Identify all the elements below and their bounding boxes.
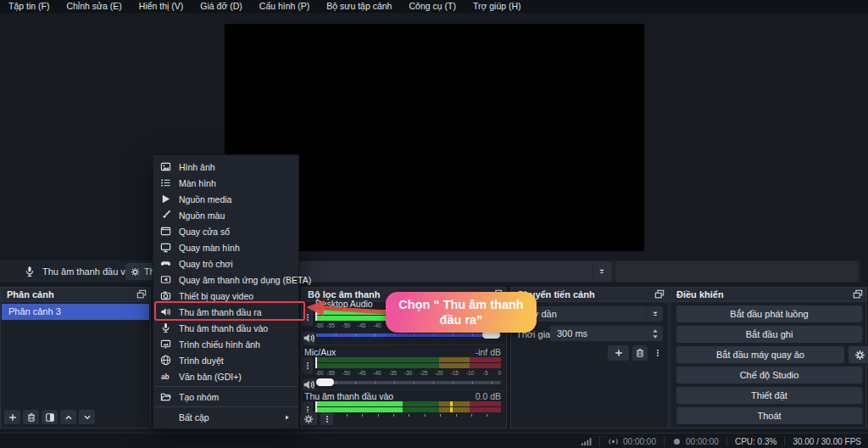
menu-item-nguon-media[interactable]: Nguồn media xyxy=(153,191,298,207)
spin-down-icon[interactable] xyxy=(652,334,659,339)
window-icon xyxy=(160,226,171,237)
tooltip-text-line1: Chọn “ Thu âm thanh xyxy=(398,297,523,312)
menu-item-label: Quay cửa sổ xyxy=(179,227,230,237)
annotation-tooltip: Chọn “ Thu âm thanh đầu ra” xyxy=(386,292,537,333)
menu-item-quay-man-hinh[interactable]: Quay màn hình xyxy=(153,239,298,255)
microphone-icon xyxy=(160,322,171,333)
gamepad-icon xyxy=(160,258,171,269)
advanced-audio-button[interactable] xyxy=(300,412,317,425)
popout-icon[interactable] xyxy=(853,289,863,300)
record-time: 00:00:00 xyxy=(686,437,719,446)
menu-item-thu-am-thanh-dau-vao[interactable]: Thu âm thanh đầu vào xyxy=(153,320,298,336)
svg-text:ab: ab xyxy=(161,372,170,381)
start-virtual-camera-button[interactable]: Bắt đầu máy quay ảo xyxy=(676,346,844,363)
mixer-menu-button[interactable] xyxy=(320,412,333,425)
fps-indicator: 30.00 / 30.00 FPS xyxy=(793,437,861,446)
remove-transition-button[interactable] xyxy=(632,345,648,361)
menu-item-quay-cua-so[interactable]: Quay cửa sổ xyxy=(153,223,298,239)
start-streaming-button[interactable]: Bắt đầu phát luồng xyxy=(676,305,862,322)
menu-separator xyxy=(154,386,298,387)
duration-spinner[interactable]: 300 ms xyxy=(550,326,663,341)
move-scene-up-button[interactable] xyxy=(60,410,76,424)
brush-icon xyxy=(160,210,171,221)
menu-item-hinh-anh[interactable]: Hình ảnh xyxy=(153,159,298,175)
menu-item-quay-am-thanh-ung-dung[interactable]: Quay âm thanh ứng dụng (BETA) xyxy=(153,272,298,288)
record-status-icon xyxy=(672,437,682,446)
menu-edit[interactable]: Chỉnh sửa (E) xyxy=(58,0,130,13)
menu-item-label: Tạo nhóm xyxy=(179,392,219,402)
controls-panel-title: Điều khiển xyxy=(676,289,724,300)
volume-meter-input xyxy=(315,401,501,412)
studio-mode-button[interactable]: Chế độ Studio xyxy=(676,367,862,384)
controls-panel: Điều khiển Bắt đầu phát luồng Bắt đầu gh… xyxy=(670,287,867,428)
menu-profile[interactable]: Cấu hình (P) xyxy=(251,0,319,13)
menu-docks[interactable]: Giá đỡ (D) xyxy=(192,0,250,13)
transition-menu-button[interactable] xyxy=(652,345,663,361)
menu-help[interactable]: Trợ giúp (H) xyxy=(465,0,530,13)
toolbar-spacer-field xyxy=(615,261,858,282)
duration-value: 300 ms xyxy=(557,326,587,341)
text-icon: ab xyxy=(160,371,171,382)
menu-item-label: Văn bản (GDI+) xyxy=(179,372,242,382)
menu-item-quay-tro-choi[interactable]: Quay trò chơi xyxy=(153,255,298,272)
menu-file[interactable]: Tập tin (F) xyxy=(0,0,58,13)
transition-select[interactable]: Mờ dần xyxy=(518,306,663,322)
menu-item-label: Thu âm thanh đầu vào xyxy=(179,323,268,333)
menu-item-label: Quay âm thanh ứng dụng (BETA) xyxy=(179,275,311,285)
menu-tools[interactable]: Công cụ (T) xyxy=(400,0,464,13)
menu-scene-collection[interactable]: Bộ sưu tập cảnh xyxy=(318,0,400,13)
menu-item-bat-cap[interactable]: Bất cập xyxy=(153,409,298,425)
stream-status-icon xyxy=(608,437,619,446)
menu-item-man-hinh[interactable]: Màn hình xyxy=(153,175,298,191)
virtual-camera-settings-button[interactable] xyxy=(849,346,868,363)
menu-view[interactable]: Hiển thị (V) xyxy=(131,0,192,13)
scenes-panel: Phân cảnh Phân cảnh 3 xyxy=(0,287,151,428)
cpu-usage: CPU: 0.3% xyxy=(735,437,776,446)
menu-item-tao-nhom[interactable]: Tạo nhóm xyxy=(153,389,298,405)
tooltip-text-line2: đầu ra” xyxy=(440,312,483,328)
display-icon xyxy=(160,242,171,253)
popout-icon[interactable] xyxy=(654,289,665,300)
menu-item-label: Nguồn màu xyxy=(179,210,225,221)
camera-icon xyxy=(160,290,171,301)
remove-scene-button[interactable] xyxy=(23,410,39,424)
microphone-icon xyxy=(24,266,36,277)
add-transition-button[interactable] xyxy=(608,345,629,361)
annotation-highlight-box xyxy=(154,301,305,321)
spin-up-icon[interactable] xyxy=(652,328,659,333)
scenes-panel-title: Phân cảnh xyxy=(7,289,54,300)
exit-button[interactable]: Thoát xyxy=(676,407,862,424)
chevron-down-icon xyxy=(646,306,663,322)
globe-icon xyxy=(160,355,171,366)
channel-menu-button[interactable] xyxy=(303,357,313,374)
menu-item-nguon-mau[interactable]: Nguồn màu xyxy=(153,207,298,223)
scene-list-item[interactable]: Phân cảnh 3 xyxy=(2,304,149,320)
move-scene-down-button[interactable] xyxy=(79,410,95,424)
menu-item-van-ban-gdi[interactable]: abVăn bản (GDI+) xyxy=(153,368,298,384)
volume-slider-mic[interactable] xyxy=(302,376,506,389)
menu-item-trinh-chieu-hinh-anh[interactable]: Trình chiếu hình ảnh xyxy=(153,336,298,352)
obs-window: Tập tin (F) Chỉnh sửa (E) Hiển thị (V) G… xyxy=(0,0,868,448)
annotation-arrow xyxy=(303,297,392,321)
folder-icon xyxy=(160,391,171,402)
add-scene-button[interactable] xyxy=(4,410,20,424)
menu-item-label: Màn hình xyxy=(179,178,216,188)
slider-handle[interactable] xyxy=(316,378,334,386)
menu-item-trinh-duyet[interactable]: Trình duyệt xyxy=(153,352,298,368)
scene-filters-button[interactable] xyxy=(42,410,58,424)
chevron-down-icon xyxy=(593,263,610,280)
app-audio-icon xyxy=(160,274,171,285)
scenes-toolbar xyxy=(4,410,95,424)
image-icon xyxy=(160,161,171,172)
source-toolbar: Thu âm thanh đầu vào Thuộc tính xyxy=(0,260,860,283)
menu-item-label: Bất cập xyxy=(179,412,209,423)
menu-item-label: Hình ảnh xyxy=(179,162,215,172)
submenu-arrow-icon xyxy=(281,414,292,421)
settings-button[interactable]: Thiết đặt xyxy=(676,387,862,404)
start-recording-button[interactable]: Bắt đầu ghi xyxy=(676,326,862,343)
stream-time: 00:00:00 xyxy=(623,437,656,446)
db-tickmarks xyxy=(315,414,501,417)
menu-item-label: Quay màn hình xyxy=(179,243,240,253)
status-bar: 00:00:00 00:00:00 CPU: 0.3% 30.00 / 30.0… xyxy=(0,433,868,448)
popout-icon[interactable] xyxy=(136,289,147,300)
